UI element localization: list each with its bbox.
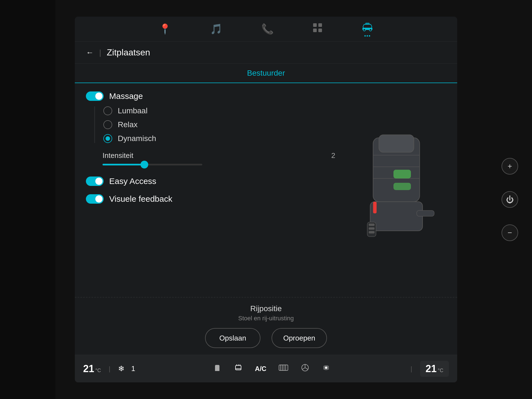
nav-music[interactable]: 🎵 [210,23,222,35]
nav-apps[interactable] [313,23,323,35]
temp-left-unit: °C [95,368,101,374]
massage-radio-group: Lumbaal Relax Dynamisch [94,106,335,143]
seat-warm-icon[interactable] [234,363,243,374]
outer-container: + ⏻ − 📍 🎵 📞 [0,0,532,399]
temp-left-value: 21 [83,363,94,375]
apps-icon [313,23,323,35]
easy-access-label: Easy Access [109,177,156,186]
svg-rect-16 [369,224,375,226]
svg-rect-17 [369,227,375,229]
temp-right-unit: °C [438,368,443,374]
rijpositie-subtitle: Stoel en rij-uitrusting [238,315,294,322]
rijpositie-section: Rijpositie Stoel en rij-uitrusting Opsla… [75,297,457,355]
climate-divider-right: | [411,365,412,373]
steering-heat-icon[interactable] [301,363,310,374]
slider-fill [103,164,142,165]
slider-header: Intensiteit 2 [103,151,335,160]
rijpositie-buttons: Opslaan Oproepen [205,328,327,348]
svg-rect-3 [318,29,322,32]
radio-label-relax: Relax [118,120,138,129]
easy-access-toggle[interactable] [86,177,104,186]
tab-bestuurder[interactable]: Bestuurder [239,66,293,80]
music-icon: 🎵 [210,23,222,35]
visuele-feedback-label: Visuele feedback [109,194,172,204]
intensity-value: 2 [331,151,335,160]
right-panel: + ⏻ − [488,0,532,399]
intensity-label: Intensiteit [103,151,133,160]
phone-icon: 📞 [261,23,274,35]
svg-rect-19 [417,211,434,216]
temp-right-value: 21 [426,363,437,375]
climate-divider-left: | [109,365,110,373]
svg-point-6 [369,29,372,31]
fan-speed-value: 1 [131,364,135,373]
left-panel [0,0,55,399]
radio-dynamisch[interactable]: Dynamisch [103,134,335,143]
back-button[interactable]: ← [86,48,94,57]
opslaan-button[interactable]: Opslaan [205,328,260,348]
volume-down-button[interactable]: − [502,224,518,241]
rijpositie-title: Rijpositie [250,304,282,313]
nav-location[interactable]: 📍 [159,23,171,35]
seat-illustration [346,132,441,248]
radio-circle-lumbaal [103,106,112,115]
page-title: Zitplaatsen [107,47,150,58]
svg-rect-14 [393,183,411,190]
oproepen-button[interactable]: Oproepen [272,328,327,348]
massage-label: Massage [109,91,143,101]
visuele-feedback-toggle-row: Visuele feedback [86,194,335,204]
svg-rect-13 [393,170,411,179]
radio-circle-dynamisch [103,134,112,143]
fan-icon: ❄ [118,364,124,373]
radio-label-dynamisch: Dynamisch [118,134,156,143]
power-button[interactable]: ⏻ [502,191,518,208]
svg-point-31 [325,367,327,369]
intensity-slider[interactable] [103,164,202,165]
easy-access-toggle-row: Easy Access [86,177,335,186]
seat-heat-icon[interactable] [213,363,222,374]
svg-rect-18 [369,231,375,233]
nav-phone[interactable]: 📞 [261,23,274,35]
radio-circle-relax [103,120,112,129]
header-divider: | [99,48,101,57]
svg-rect-2 [313,29,317,32]
nav-car[interactable] [361,22,374,37]
massage-toggle-row: Massage [86,91,335,101]
climate-bar: 21 °C | ❄ 1 [75,355,457,382]
massage-toggle[interactable] [86,91,104,101]
svg-rect-9 [370,202,423,231]
seat-image-area [341,91,446,289]
svg-rect-1 [318,23,322,27]
temp-left-display: 21 °C [83,363,101,375]
left-controls: Massage Lumbaal Relax Dynamisch [86,91,335,289]
content-area: Massage Lumbaal Relax Dynamisch [75,83,457,297]
svg-rect-20 [373,202,377,213]
top-nav: 📍 🎵 📞 [75,17,457,42]
slider-thumb[interactable] [140,161,148,168]
ac-button[interactable]: A/C [255,365,266,373]
main-screen: 📍 🎵 📞 [75,17,457,382]
volume-up-button[interactable]: + [502,158,518,175]
svg-rect-8 [379,135,414,152]
location-icon: 📍 [159,23,171,35]
climate-icons: A/C [141,363,403,374]
svg-rect-0 [313,23,317,27]
intensity-section: Intensiteit 2 [86,151,335,165]
radio-lumbaal[interactable]: Lumbaal [103,106,335,115]
tab-row: Bestuurder [75,64,457,83]
access-easy-text: Access Easy [72,263,74,263]
svg-line-29 [302,368,305,369]
header-bar: ← | Zitplaatsen [75,42,457,64]
zone-icon[interactable] [322,363,331,374]
rear-defroster-icon[interactable] [278,364,288,374]
svg-point-5 [363,29,365,31]
visuele-feedback-toggle[interactable] [86,194,104,204]
svg-rect-21 [236,365,241,370]
car-icon [361,22,374,34]
svg-line-30 [305,368,308,369]
radio-label-lumbaal: Lumbaal [118,106,147,115]
radio-relax[interactable]: Relax [103,120,335,129]
svg-rect-22 [279,365,288,370]
temp-right-display: 21 °C [420,361,449,377]
